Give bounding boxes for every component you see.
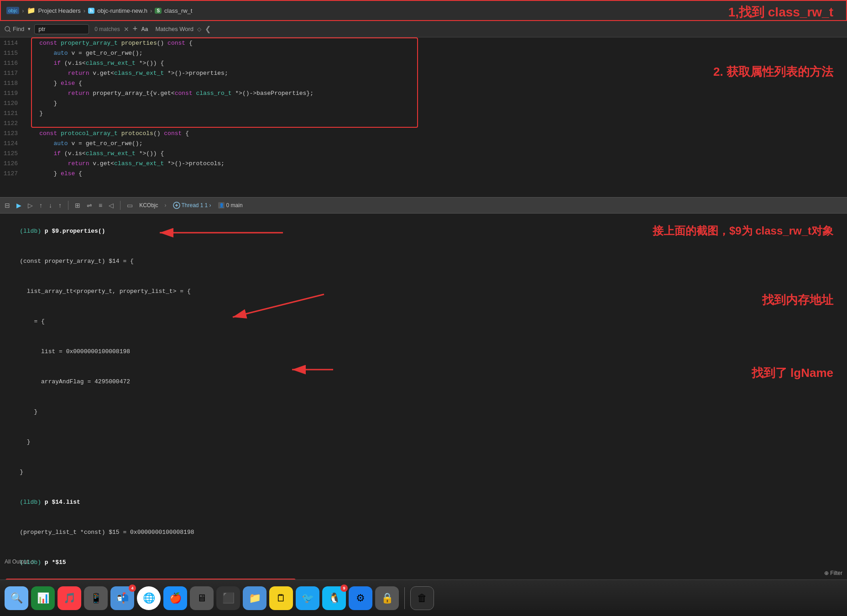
dock-music[interactable]: 🎵 [58,586,81,610]
dock-mail[interactable]: 📬 4 [110,586,134,610]
console-line-9: } [5,457,842,487]
svg-line-1 [9,31,10,32]
dock-iphone[interactable]: 📱 [84,586,108,610]
qq-badge: 9 [340,585,348,592]
console-line-7: } [5,397,842,427]
dock-security[interactable]: 🔒 [375,586,399,610]
dock-notes[interactable]: 🗒 [269,586,293,610]
dock-simulator[interactable]: 🖥 [190,586,214,610]
alloutput-bar: All Output ◇ [0,557,39,567]
find-matches: 0 matches [94,26,120,32]
breadcrumb-class[interactable]: class_rw_t [164,7,192,14]
annotation-get-properties: 2. 获取属性列表的方法 [713,64,833,80]
code-line-1121: 1121 } [0,109,847,119]
step-up-icon[interactable]: ↑ [58,202,62,209]
console-line-4: = { [5,307,842,337]
h-icon: h [88,8,94,14]
frame-indicator: 👤 0 main [218,202,243,209]
matches-word-label[interactable]: Matches Word [156,26,194,32]
step-out-icon[interactable]: ↓ [49,202,52,209]
step-over-icon[interactable]: ▷ [28,202,33,209]
objc-icon: objc [6,7,19,14]
alloutput-label: All Output ◇ [5,559,34,565]
annotation-find-mem: 找到内存地址 [762,292,833,308]
code-line-1122: 1122 [0,119,847,129]
divider-2 [120,201,120,210]
dock-chrome[interactable]: 🌐 [137,586,161,610]
frame-label: 0 main [226,202,243,209]
person-icon: 👤 [218,202,225,209]
dock-appstore[interactable]: 🍎 [163,586,187,610]
console-line-6: arrayAndFlag = 4295000472 [5,367,842,397]
breadcrumb-header-file[interactable]: objc-runtime-new.h [97,7,147,14]
dock-divider [404,587,405,609]
dock-finder[interactable]: 🔍 [5,586,28,610]
app-name: KCObjc [139,202,158,209]
add-find-button[interactable]: + [133,24,138,34]
breadcrumb-bar: objc › 📁 Project Headers › h objc-runtim… [0,0,847,21]
location-icon[interactable]: ◁ [109,202,114,209]
step-in-icon[interactable]: ↑ [39,202,42,209]
annotation-console-1: 接上面的截图，$9为 class_rw_t对象 [653,224,833,238]
divider-1 [68,201,68,210]
code-line-1118: 1118 } else { [0,78,847,89]
find-label: Find [5,26,24,32]
dock-terminal[interactable]: ⬛ [216,586,240,610]
dock: 🔍 📊 🎵 📱 📬 4 🌐 🍎 🖥 ⬛ 📁 🗒 🐦 🐧 9 ⚙ 🔒 🗑 [0,579,847,616]
code-line-1120: 1120 } [0,99,847,109]
dock-numbers[interactable]: 📊 [31,586,55,610]
matches-word-chevron[interactable]: ◇ [197,26,201,32]
console-line-5: list = 0x0000000100008198 [5,337,842,367]
mail-badge: 4 [129,585,136,592]
console-line-11: (property_list_t *const) $15 = 0x0000000… [5,517,842,548]
thread-indicator: Thread 1 1 › [173,202,211,209]
find-dropdown[interactable]: ▾ [28,26,31,32]
code-line-1119: 1119 return property_array_t{v.get<const… [0,89,847,99]
breadcrumb-project-headers[interactable]: Project Headers [38,7,81,14]
dock-files[interactable]: 📁 [243,586,267,610]
dock-qq[interactable]: 🐧 9 [322,586,346,610]
search-icon [5,26,11,32]
play-icon[interactable]: ▶ [16,202,21,209]
thread-label: Thread 1 [182,202,204,209]
filter-label: ⊕ Filter [824,570,842,576]
console-line-8: } [5,427,842,457]
folder-icon: 📁 [27,6,36,15]
code-line-1123: 1123 const protocol_array_t protocols() … [0,129,847,139]
dock-twitter[interactable]: 🐦 [296,586,319,610]
code-line-1124: 1124 auto v = get_ro_or_rwe(); [0,139,847,149]
code-line-1114: 1114 const property_array_t properties()… [0,38,847,48]
annotation-find-lgname: 找到了 lgName [752,365,833,381]
case-sensitive-button[interactable]: Aa [141,26,148,32]
code-line-1126: 1126 return v.get<class_rw_ext_t *>()->p… [0,159,847,169]
debug-toolbar: ⊟ ▶ ▷ ↑ ↓ ↑ ⊞ ⇌ ≡ ◁ ▭ KCObjc › Thread 1 … [0,197,847,214]
dock-trash[interactable]: 🗑 [410,586,434,610]
breakpoint-icon[interactable]: ⊞ [75,202,80,209]
code-line-1115: 1115 auto v = get_ro_or_rwe(); [0,48,847,58]
s-icon: S [155,8,162,14]
annotation-find-class: 1,找到 class_rw_t [728,4,833,21]
view-icon[interactable]: ▭ [127,202,133,209]
console-line-2: (const property_array_t) $14 = { [5,246,842,277]
dock-xcode[interactable]: ⚙ [349,586,372,610]
clear-find-button[interactable]: ✕ [124,26,129,33]
console-line-10: (lldb) p $14.list [5,487,842,517]
sidebar-toggle-icon[interactable]: ⊟ [5,202,10,209]
filter-bar[interactable]: ⊕ Filter [820,567,847,579]
code-line-1127: 1127 } else { [0,169,847,179]
find-input[interactable] [34,24,89,34]
console-area: (lldb) p $9.properties() (const property… [0,214,847,589]
thread-icon[interactable]: ⇌ [87,202,92,209]
console-line-12: (lldb) p *$15 [5,548,842,578]
console-line-3: list_array_tt<property_t, property_list_… [5,277,842,307]
find-bar: Find ▾ 0 matches ✕ + Aa Matches Word ◇ ❮ [0,21,847,37]
thread-icon-svg [173,202,180,209]
svg-point-0 [5,26,10,31]
code-line-1125: 1125 if (v.is<class_rw_ext_t *>()) { [0,149,847,159]
svg-text:👤: 👤 [219,203,224,208]
share-icon[interactable]: ≡ [99,202,102,209]
find-prev-button[interactable]: ❮ [205,25,211,33]
